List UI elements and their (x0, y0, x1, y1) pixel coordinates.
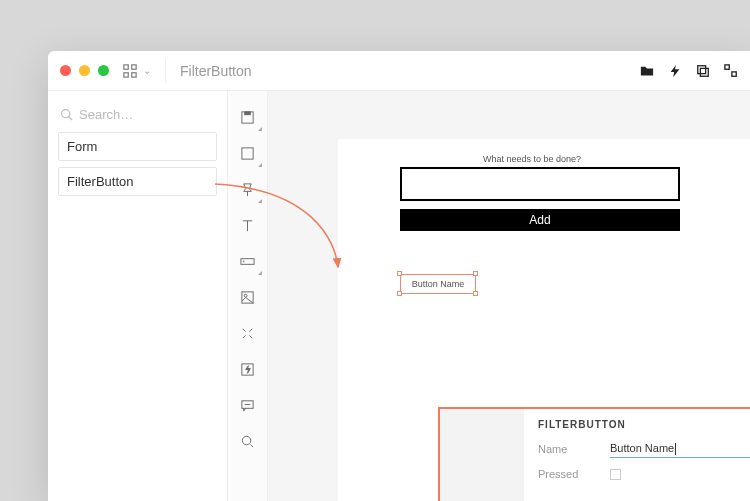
text-icon (240, 218, 255, 233)
resize-handle-tl[interactable] (397, 271, 402, 276)
separator (165, 59, 166, 83)
components-icon (724, 64, 738, 78)
app-window: ⌄ FilterButton Search… (48, 51, 750, 501)
image-icon (240, 290, 255, 305)
svg-line-24 (250, 444, 253, 447)
tool-search[interactable] (228, 423, 268, 459)
layer-item-filterbutton[interactable]: FilterButton (58, 167, 217, 196)
form-text-input[interactable] (400, 167, 680, 201)
resize-handle-tr[interactable] (473, 271, 478, 276)
view-switcher[interactable]: ⌄ (123, 64, 151, 78)
tool-input[interactable] (228, 243, 268, 279)
search-input[interactable]: Search… (58, 103, 217, 132)
folder-icon (640, 64, 654, 78)
svg-point-8 (62, 110, 70, 118)
tool-action[interactable] (228, 351, 268, 387)
inspector-pressed-label: Pressed (538, 468, 610, 480)
form-prompt-label: What needs to be done? (483, 154, 581, 164)
tool-text[interactable] (228, 207, 268, 243)
svg-rect-1 (132, 64, 136, 68)
canvas[interactable]: What needs to be done? Add Button Name F… (268, 91, 750, 501)
svg-rect-7 (732, 71, 736, 75)
artboard: What needs to be done? Add Button Name F… (338, 139, 750, 501)
distribute-icon (240, 326, 255, 341)
grid-icon (123, 64, 137, 78)
svg-rect-12 (242, 147, 253, 158)
tool-image[interactable] (228, 279, 268, 315)
frame-icon (240, 110, 255, 125)
text-caret (675, 443, 676, 455)
pin-icon (240, 182, 255, 197)
document-title: FilterButton (180, 63, 252, 79)
titlebar: ⌄ FilterButton (48, 51, 750, 91)
inspector-panel: FILTERBUTTON Name Button Name Pressed (438, 407, 750, 501)
add-button[interactable]: Add (400, 209, 680, 231)
tool-rectangle[interactable] (228, 135, 268, 171)
tool-pin[interactable] (228, 171, 268, 207)
svg-point-19 (244, 294, 247, 297)
layers-panel: Search… Form FilterButton (48, 91, 228, 501)
resize-handle-br[interactable] (473, 291, 478, 296)
layers-button[interactable] (696, 64, 710, 78)
inspector-name-input[interactable]: Button Name (610, 440, 750, 458)
stack-icon (696, 64, 710, 78)
search-icon (240, 434, 255, 449)
preview-button[interactable] (668, 64, 682, 78)
svg-rect-16 (241, 258, 254, 264)
square-icon (240, 146, 255, 161)
inspector-title: FILTERBUTTON (538, 419, 750, 430)
search-placeholder: Search… (79, 107, 133, 122)
resize-handle-bl[interactable] (397, 291, 402, 296)
inspector-pressed-checkbox[interactable] (610, 469, 621, 480)
input-icon (240, 254, 255, 269)
minimize-window-button[interactable] (79, 65, 90, 76)
tool-distribute[interactable] (228, 315, 268, 351)
chevron-down-icon: ⌄ (143, 65, 151, 76)
selected-component[interactable]: Button Name (400, 274, 476, 294)
zoom-window-button[interactable] (98, 65, 109, 76)
window-controls (60, 65, 109, 76)
svg-rect-0 (124, 64, 128, 68)
svg-point-23 (242, 436, 250, 444)
tool-rail (228, 91, 268, 501)
svg-line-9 (69, 117, 72, 120)
svg-rect-5 (700, 68, 708, 76)
comment-icon (240, 398, 255, 413)
lightning-icon (668, 64, 682, 78)
layer-item-form[interactable]: Form (58, 132, 217, 161)
components-button[interactable] (724, 64, 738, 78)
search-icon (60, 108, 73, 121)
svg-rect-6 (725, 64, 729, 68)
tool-frame[interactable] (228, 99, 268, 135)
folder-button[interactable] (640, 64, 654, 78)
inspector-name-label: Name (538, 443, 610, 455)
svg-rect-4 (698, 65, 706, 73)
svg-rect-11 (245, 111, 251, 114)
svg-rect-3 (132, 72, 136, 76)
tool-comment[interactable] (228, 387, 268, 423)
inspector-thumbnail (440, 409, 524, 501)
svg-rect-2 (124, 72, 128, 76)
close-window-button[interactable] (60, 65, 71, 76)
bolt-box-icon (240, 362, 255, 377)
